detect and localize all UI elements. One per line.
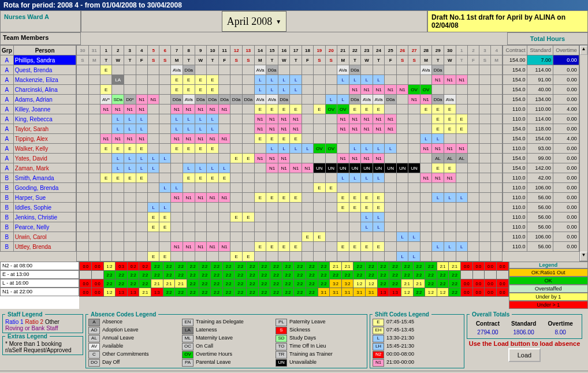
rota-cell[interactable] [88, 85, 100, 95]
rota-cell[interactable]: L [361, 222, 373, 232]
rota-cell[interactable] [159, 124, 171, 134]
rota-cell[interactable] [420, 114, 432, 124]
rota-cell[interactable] [361, 65, 373, 75]
rota-cell[interactable] [207, 154, 219, 163]
rota-cell[interactable] [314, 252, 325, 262]
rota-cell[interactable] [147, 124, 159, 134]
rota-cell[interactable]: E [444, 124, 456, 134]
rota-cell[interactable] [290, 65, 302, 75]
rota-cell[interactable]: L [159, 154, 171, 163]
rota-cell[interactable]: E [254, 134, 266, 144]
rota-cell[interactable]: UN [385, 163, 397, 173]
rota-cell[interactable] [136, 75, 147, 85]
rota-cell[interactable] [302, 193, 313, 203]
rota-cell[interactable] [467, 173, 479, 183]
rota-cell[interactable] [479, 183, 490, 193]
rota-cell[interactable]: N1 [456, 75, 467, 85]
rota-cell[interactable]: N1 [266, 114, 278, 124]
rota-cell[interactable] [467, 183, 479, 193]
rota-cell[interactable] [408, 173, 420, 183]
rota-cell[interactable] [159, 144, 171, 154]
rota-cell[interactable]: E [100, 65, 112, 75]
rota-cell[interactable] [467, 193, 479, 203]
rota-cell[interactable]: AL [456, 154, 467, 163]
rota-cell[interactable]: D0a [171, 95, 183, 105]
rota-cell[interactable] [467, 105, 479, 114]
rota-cell[interactable] [420, 183, 432, 193]
rota-cell[interactable]: E [373, 193, 385, 203]
rota-cell[interactable] [77, 183, 88, 193]
rota-cell[interactable]: L [444, 193, 456, 203]
rota-cell[interactable] [361, 183, 373, 193]
rota-cell[interactable]: E [349, 203, 361, 212]
rota-cell[interactable] [254, 183, 266, 193]
rota-cell[interactable] [218, 65, 230, 75]
rota-cell[interactable]: L [420, 134, 432, 144]
rota-cell[interactable] [444, 203, 456, 212]
rota-cell[interactable] [88, 212, 100, 222]
rota-cell[interactable] [490, 183, 503, 193]
rota-cell[interactable] [88, 242, 100, 252]
rota-cell[interactable]: E [159, 212, 171, 222]
rota-cell[interactable] [230, 75, 243, 85]
rota-cell[interactable]: E [373, 105, 385, 114]
rota-cell[interactable] [325, 134, 337, 144]
rota-cell[interactable] [290, 173, 302, 183]
rota-cell[interactable] [302, 65, 313, 75]
rota-cell[interactable]: N1 [183, 134, 195, 144]
rota-cell[interactable] [88, 144, 100, 154]
rota-cell[interactable]: L [456, 242, 467, 252]
rota-cell[interactable] [408, 203, 420, 212]
rota-cell[interactable]: L [159, 183, 171, 193]
rota-cell[interactable] [183, 212, 195, 222]
rota-cell[interactable] [218, 154, 230, 163]
rota-cell[interactable]: L [124, 163, 136, 173]
person-name[interactable]: Tipping, Alex [13, 134, 76, 144]
rota-cell[interactable]: E [243, 212, 255, 222]
rota-cell[interactable]: E [278, 242, 290, 252]
rota-cell[interactable]: N1 [278, 163, 290, 173]
rota-cell[interactable]: N1 [385, 85, 397, 95]
rota-cell[interactable] [243, 193, 255, 203]
rota-cell[interactable]: N1 [337, 114, 349, 124]
rota-cell[interactable] [254, 212, 266, 222]
rota-cell[interactable] [325, 232, 337, 242]
rota-cell[interactable]: L [361, 144, 373, 154]
rota-cell[interactable] [171, 154, 183, 163]
rota-cell[interactable] [314, 134, 325, 144]
rota-cell[interactable]: N1 [444, 144, 456, 154]
rota-cell[interactable] [467, 114, 479, 124]
rota-cell[interactable]: L [195, 163, 207, 173]
rota-cell[interactable] [195, 232, 207, 242]
rota-cell[interactable] [112, 212, 124, 222]
rota-cell[interactable]: N1 [171, 193, 183, 203]
rota-cell[interactable] [490, 75, 503, 85]
rota-cell[interactable]: E [432, 163, 444, 173]
rota-cell[interactable] [302, 134, 313, 144]
rota-cell[interactable] [88, 183, 100, 193]
rota-cell[interactable]: D0a [432, 95, 444, 105]
rota-cell[interactable] [254, 252, 266, 262]
rota-cell[interactable]: L [290, 75, 302, 85]
rota-cell[interactable]: N1 [373, 124, 385, 134]
rota-cell[interactable] [302, 154, 313, 163]
rota-cell[interactable]: N1 [266, 124, 278, 134]
rota-cell[interactable]: L [290, 144, 302, 154]
rota-cell[interactable] [171, 173, 183, 183]
rota-cell[interactable] [396, 134, 408, 144]
rota-cell[interactable]: E [314, 232, 325, 242]
rota-cell[interactable] [183, 183, 195, 193]
rota-cell[interactable] [490, 114, 503, 124]
rota-cell[interactable]: L [266, 85, 278, 95]
rota-cell[interactable]: N1 [420, 144, 432, 154]
rota-cell[interactable] [159, 173, 171, 183]
rota-cell[interactable] [361, 232, 373, 242]
rota-cell[interactable] [171, 252, 183, 262]
rota-cell[interactable] [396, 144, 408, 154]
person-name[interactable]: Iddles, Sophie [13, 203, 76, 212]
rota-cell[interactable] [385, 183, 397, 193]
rota-cell[interactable] [278, 203, 290, 212]
rota-cell[interactable] [290, 212, 302, 222]
rota-cell[interactable]: L [124, 154, 136, 163]
rota-cell[interactable] [337, 85, 349, 95]
